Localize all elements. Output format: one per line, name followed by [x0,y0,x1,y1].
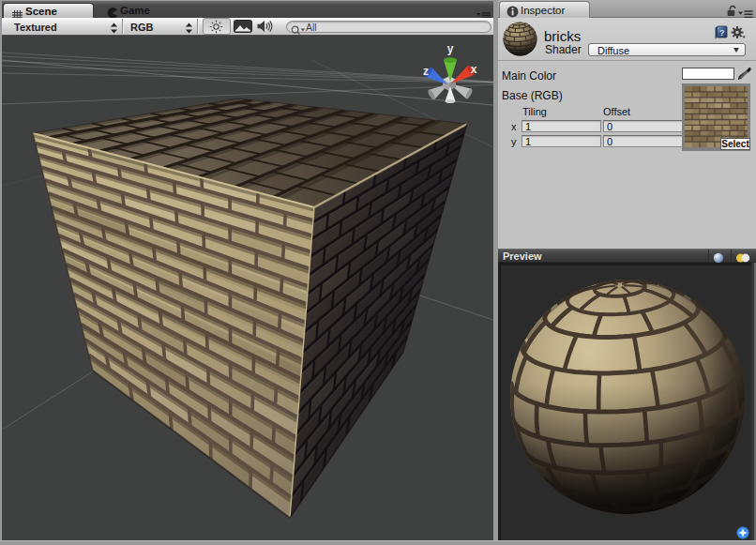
svg-text:?: ? [719,28,725,38]
svg-text:x: x [471,63,477,76]
svg-text:y: y [447,42,454,55]
svg-text:z: z [423,65,429,78]
